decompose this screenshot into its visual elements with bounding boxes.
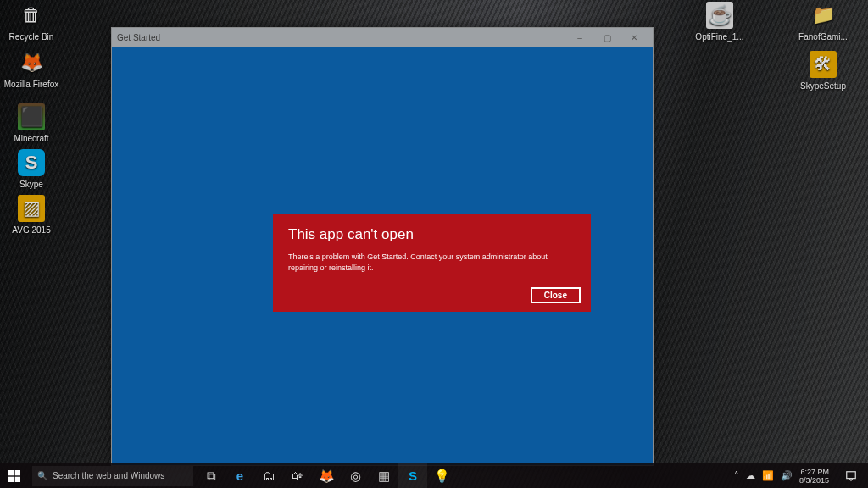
clock-time: 6:27 PM <box>799 468 829 476</box>
edge-icon[interactable]: e <box>225 463 254 489</box>
taskbar: 🔍 Search the web and Windows ⧉ e 🗂 🛍 🦊 ◎… <box>0 463 868 488</box>
svg-rect-1 <box>15 470 20 475</box>
search-placeholder: Search the web and Windows <box>53 471 164 480</box>
chrome-icon[interactable]: ◎ <box>341 463 370 489</box>
tray-chevron-icon[interactable]: ˄ <box>734 470 739 481</box>
explorer-icon[interactable]: 🗂 <box>254 463 283 489</box>
titlebar[interactable]: Get Started – ▢ ✕ <box>112 28 653 47</box>
get-started-window: Get Started – ▢ ✕ This app can't open Th… <box>111 27 654 466</box>
network-icon[interactable]: 📶 <box>762 470 774 481</box>
volume-icon[interactable]: 🔊 <box>781 470 793 481</box>
minecraft-taskbar-icon[interactable]: ▦ <box>370 463 398 489</box>
skype-taskbar-icon[interactable]: S <box>398 463 427 489</box>
error-panel: This app can't open There's a problem wi… <box>273 214 591 312</box>
start-button[interactable] <box>0 463 29 489</box>
svg-rect-0 <box>8 470 14 475</box>
maximize-button[interactable]: ▢ <box>593 28 620 47</box>
tips-icon[interactable]: 💡 <box>427 463 456 489</box>
error-heading: This app can't open <box>288 226 576 243</box>
close-window-button[interactable]: ✕ <box>620 28 648 47</box>
search-icon: 🔍 <box>37 471 47 480</box>
system-tray: ˄ ☁ 📶 🔊 6:27 PM 8/3/2015 <box>729 463 868 489</box>
error-close-button[interactable]: Close <box>531 287 581 303</box>
clock[interactable]: 6:27 PM 8/3/2015 <box>799 468 832 485</box>
svg-rect-3 <box>15 476 20 481</box>
clock-date: 8/3/2015 <box>799 476 829 485</box>
task-view-icon[interactable]: ⧉ <box>197 463 225 489</box>
store-icon[interactable]: 🛍 <box>283 463 312 489</box>
svg-rect-4 <box>847 471 856 478</box>
action-center-icon[interactable] <box>839 463 863 489</box>
onedrive-icon[interactable]: ☁ <box>746 470 755 481</box>
svg-rect-2 <box>8 476 14 481</box>
window-body: This app can't open There's a problem wi… <box>112 47 653 465</box>
window-title: Get Started <box>117 33 160 42</box>
search-box[interactable]: 🔍 Search the web and Windows <box>32 466 193 486</box>
firefox-taskbar-icon[interactable]: 🦊 <box>312 463 341 489</box>
minimize-button[interactable]: – <box>566 28 593 47</box>
error-body: There's a problem with Get Started. Cont… <box>288 252 576 274</box>
